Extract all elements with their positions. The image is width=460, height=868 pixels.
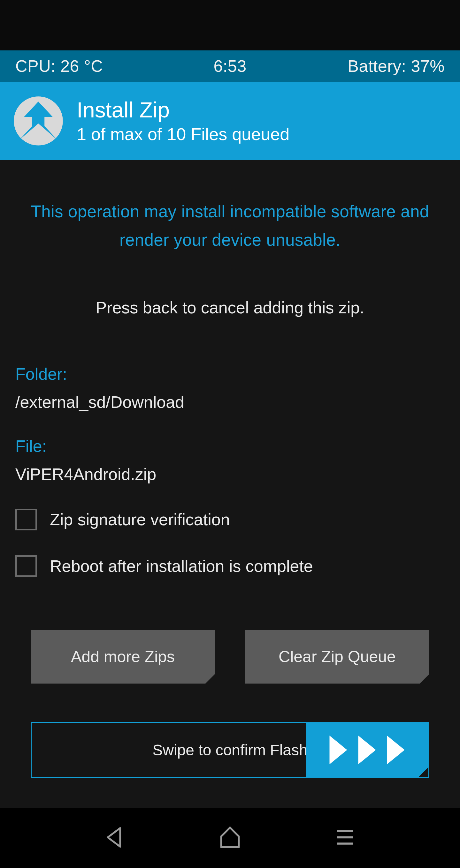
file-label: File: (15, 437, 445, 456)
menu-icon (333, 825, 357, 851)
chevron-right-icon (325, 734, 351, 766)
navigation-bar (0, 808, 460, 868)
status-bar: CPU: 26 °C 6:53 Battery: 37% (0, 51, 460, 82)
zip-signature-label: Zip signature verification (50, 510, 230, 529)
back-button[interactable] (100, 823, 130, 853)
folder-value: /external_sd/Download (15, 393, 445, 412)
file-section: File: ViPER4Android.zip (15, 437, 445, 484)
menu-button[interactable] (330, 823, 360, 853)
chevron-right-icon (383, 734, 408, 766)
clear-zip-queue-label: Clear Zip Queue (279, 648, 396, 666)
home-button[interactable] (215, 823, 245, 853)
checkbox-icon (15, 509, 37, 530)
swipe-track: Swipe to confirm Flash (31, 722, 429, 778)
page-title: Install Zip (77, 98, 289, 122)
back-icon (103, 825, 127, 851)
swipe-handle[interactable] (306, 723, 428, 777)
top-black-spacer (0, 0, 460, 51)
battery-label: Battery: 37% (348, 57, 445, 75)
checkbox-icon (15, 555, 37, 577)
folder-label: Folder: (15, 365, 445, 383)
page-subtitle: 1 of max of 10 Files queued (77, 124, 289, 144)
warning-text: This operation may install incompatible … (15, 160, 445, 254)
file-value: ViPER4Android.zip (15, 465, 445, 484)
chevron-right-icon (354, 734, 380, 766)
device-frame: CPU: 26 °C 6:53 Battery: 37% Install Zip… (0, 0, 460, 868)
swipe-label: Swipe to confirm Flash (152, 741, 308, 759)
zip-signature-checkbox-row[interactable]: Zip signature verification (15, 509, 445, 530)
home-icon (217, 824, 243, 852)
title-bar: Install Zip 1 of max of 10 Files queued (0, 82, 460, 160)
add-more-zips-button[interactable]: Add more Zips (31, 630, 215, 684)
clear-zip-queue-button[interactable]: Clear Zip Queue (245, 630, 429, 684)
button-row: Add more Zips Clear Zip Queue (31, 630, 429, 684)
folder-section: Folder: /external_sd/Download (15, 365, 445, 412)
main-content: This operation may install incompatible … (0, 160, 460, 808)
add-more-zips-label: Add more Zips (71, 648, 175, 666)
twrp-logo-icon (13, 95, 64, 147)
instruction-text: Press back to cancel adding this zip. (15, 298, 445, 317)
swipe-to-confirm[interactable]: Swipe to confirm Flash (31, 722, 429, 778)
reboot-after-label: Reboot after installation is complete (50, 557, 313, 576)
reboot-after-checkbox-row[interactable]: Reboot after installation is complete (15, 555, 445, 577)
cpu-temp-label: CPU: 26 °C (15, 57, 103, 75)
